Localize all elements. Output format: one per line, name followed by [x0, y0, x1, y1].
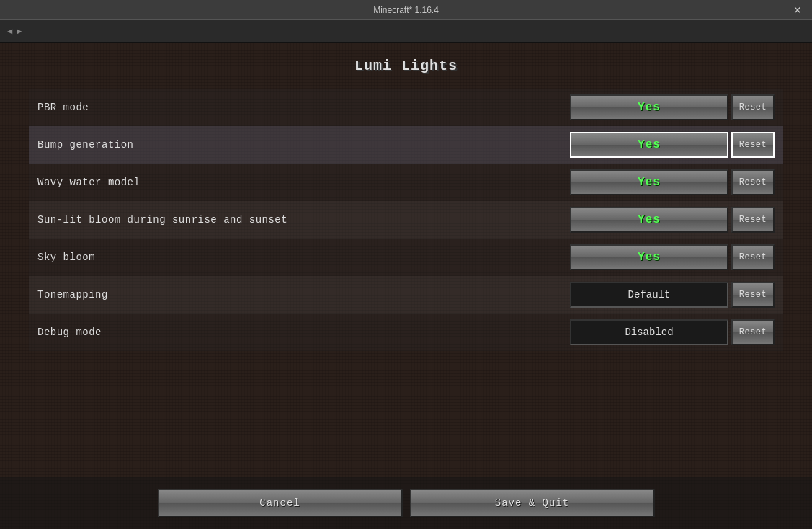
save-quit-button[interactable]: Save & Quit [410, 489, 655, 517]
settings-wrapper: Lumi Lights PBR mode Yes Reset Bump gene… [0, 43, 812, 477]
table-row: PBR mode Yes Reset [29, 89, 783, 126]
sun-lit-bloom-value-button[interactable]: Yes [570, 207, 728, 233]
settings-controls-bump-generation: Yes Reset [570, 132, 775, 158]
table-row: Sky bloom Yes Reset [29, 239, 783, 276]
title-bar: Minecraft* 1.16.4 ✕ [0, 0, 812, 20]
pbr-mode-reset-button[interactable]: Reset [731, 94, 775, 120]
sun-lit-bloom-reset-button[interactable]: Reset [731, 207, 775, 233]
wavy-water-reset-button[interactable]: Reset [731, 169, 775, 195]
tonemapping-value-button[interactable]: Default [570, 282, 728, 308]
bump-generation-reset-button[interactable]: Reset [731, 132, 775, 158]
cancel-button[interactable]: Cancel [158, 489, 403, 517]
wavy-water-value-button[interactable]: Yes [570, 169, 728, 195]
settings-controls-pbr-mode: Yes Reset [570, 94, 775, 120]
setting-label-pbr-mode: PBR mode [37, 102, 89, 113]
settings-controls-debug-mode: Disabled Reset [570, 319, 775, 345]
table-row: Tonemapping Default Reset [29, 276, 783, 314]
setting-label-bump-generation: Bump generation [37, 139, 134, 151]
table-row: Sun-lit bloom during sunrise and sunset … [29, 201, 783, 239]
settings-controls-tonemapping: Default Reset [570, 282, 775, 308]
settings-controls-sky-bloom: Yes Reset [570, 244, 775, 270]
settings-controls-wavy-water: Yes Reset [570, 169, 775, 195]
setting-label-sun-lit-bloom: Sun-lit bloom during sunrise and sunset [37, 214, 287, 226]
settings-title: Lumi Lights [29, 58, 783, 74]
setting-label-tonemapping: Tonemapping [37, 289, 108, 301]
close-button[interactable]: ✕ [789, 3, 806, 17]
setting-label-wavy-water: Wavy water model [37, 177, 140, 188]
sky-bloom-reset-button[interactable]: Reset [731, 244, 775, 270]
table-row: Debug mode Disabled Reset [29, 314, 783, 351]
sky-bloom-value-button[interactable]: Yes [570, 244, 728, 270]
top-bar: ◀ ▶ [0, 20, 812, 43]
table-row: Bump generation Yes Reset [29, 126, 783, 164]
pbr-mode-value-button[interactable]: Yes [570, 94, 728, 120]
forward-icon[interactable]: ▶ [17, 26, 22, 37]
bottom-bar: Cancel Save & Quit [0, 477, 812, 529]
main-content: ◀ ▶ Lumi Lights PBR mode Yes Reset Bump … [0, 20, 812, 529]
settings-controls-sun-lit-bloom: Yes Reset [570, 207, 775, 233]
setting-label-debug-mode: Debug mode [37, 326, 102, 338]
setting-label-sky-bloom: Sky bloom [37, 252, 95, 263]
title-bar-text: Minecraft* 1.16.4 [373, 5, 439, 15]
debug-mode-value-button[interactable]: Disabled [570, 319, 728, 345]
debug-mode-reset-button[interactable]: Reset [731, 319, 775, 345]
bump-generation-value-button[interactable]: Yes [570, 132, 728, 158]
table-row: Wavy water model Yes Reset [29, 164, 783, 201]
back-icon[interactable]: ◀ [7, 26, 12, 37]
settings-list: PBR mode Yes Reset Bump generation Yes R… [29, 89, 783, 351]
tonemapping-reset-button[interactable]: Reset [731, 282, 775, 308]
